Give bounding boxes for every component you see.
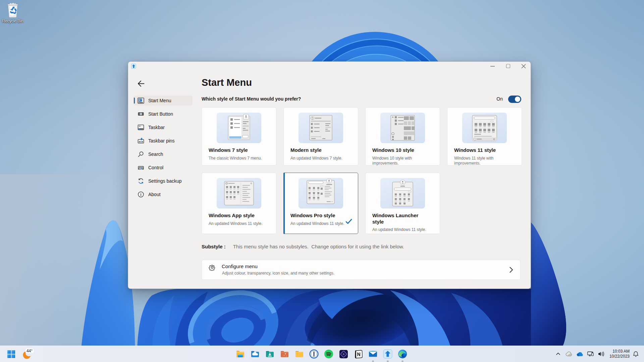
svg-text:44°: 44° xyxy=(26,349,33,353)
